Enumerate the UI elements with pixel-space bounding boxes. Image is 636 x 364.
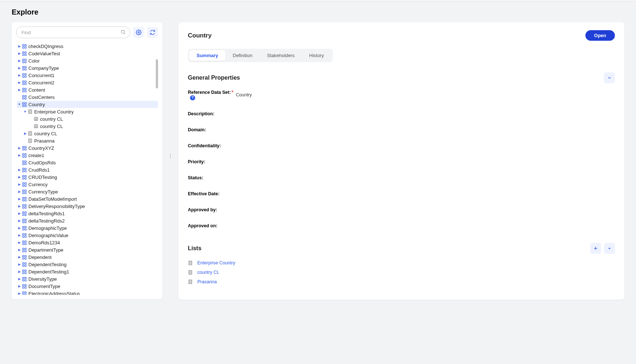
chevron-right-icon[interactable]: ▶ — [17, 154, 22, 157]
search-input-wrap[interactable] — [16, 27, 130, 38]
page-title: Explore — [12, 8, 624, 16]
chevron-right-icon[interactable]: ▶ — [17, 285, 22, 288]
tree-item[interactable]: ▶DependentTesting1 — [17, 268, 158, 275]
tree-item[interactable]: ▶create1 — [17, 152, 158, 159]
tree-item[interactable]: ▼Enterprise Country — [17, 108, 158, 115]
svg-rect-89 — [25, 192, 26, 194]
chevron-right-icon[interactable]: ▶ — [17, 197, 22, 201]
tree-item[interactable]: ▶deltaTestingRds2 — [17, 217, 158, 224]
svg-rect-88 — [23, 192, 24, 194]
tree-item[interactable]: ▶ElectronicAddressStatus — [17, 290, 158, 295]
tree-item[interactable]: ▶DepartmentType — [17, 246, 158, 253]
tree-item[interactable]: ▶deltaTestingRds1 — [17, 210, 158, 217]
tree-item[interactable]: ▶checkDQIngress — [17, 43, 158, 50]
chevron-right-icon[interactable]: ▶ — [17, 59, 22, 63]
tree-item[interactable]: ▶DemographicType — [17, 224, 158, 232]
tab-stakeholders[interactable]: Stakeholders — [260, 50, 302, 61]
scrollbar-thumb[interactable] — [156, 59, 158, 88]
collapse-lists-button[interactable] — [604, 243, 615, 254]
search-input[interactable] — [21, 29, 121, 36]
tree-item[interactable]: country CL — [17, 123, 158, 130]
detail-tabs: SummaryDefinitionStakeholdersHistory — [188, 49, 333, 62]
chevron-right-icon[interactable]: ▶ — [17, 147, 22, 150]
svg-rect-66 — [23, 153, 24, 155]
svg-rect-11 — [23, 59, 24, 60]
chevron-right-icon[interactable]: ▶ — [17, 219, 22, 223]
tree-item[interactable]: ▶Dependent — [17, 253, 158, 261]
chevron-right-icon[interactable]: ▶ — [17, 234, 22, 237]
tree-item[interactable]: ▶CurrencyType — [17, 188, 158, 195]
section-general-properties-title: General Properties — [188, 75, 240, 81]
tree-item-label: DemoRds1234 — [28, 240, 60, 245]
tree-item[interactable]: ▶DependentTesting — [17, 261, 158, 268]
chevron-right-icon[interactable]: ▶ — [17, 248, 22, 252]
chevron-right-icon[interactable]: ▶ — [17, 183, 22, 186]
chevron-right-icon[interactable]: ▶ — [17, 74, 22, 77]
svg-rect-115 — [25, 241, 26, 242]
chevron-right-icon[interactable]: ▶ — [23, 132, 28, 135]
chevron-right-icon[interactable]: ▶ — [17, 263, 22, 266]
tree-item[interactable]: ▶Currency — [17, 181, 158, 188]
refresh-button[interactable] — [147, 27, 158, 38]
open-button[interactable]: Open — [585, 30, 615, 41]
tab-definition[interactable]: Definition — [225, 50, 260, 61]
chevron-right-icon[interactable]: ▶ — [17, 212, 22, 215]
chevron-right-icon[interactable]: ▶ — [17, 168, 22, 172]
chevron-right-icon[interactable]: ▶ — [17, 52, 22, 55]
tree-item[interactable]: ▶DocumentType — [17, 283, 158, 290]
tree-item[interactable]: ▶CountryXYZ — [17, 144, 158, 152]
tree-item[interactable]: country CL — [17, 115, 158, 123]
tree-item[interactable]: ▶Content — [17, 86, 158, 93]
tree-item-label: Dependent — [28, 255, 52, 260]
tree-item[interactable]: Prasanna — [17, 137, 158, 144]
chevron-right-icon[interactable]: ▶ — [17, 241, 22, 244]
chevron-right-icon[interactable]: ▶ — [17, 45, 22, 48]
tree-item[interactable]: ▶CRUDTesting — [17, 173, 158, 181]
chevron-right-icon[interactable]: ▶ — [17, 205, 22, 208]
tree-item[interactable]: ▼Country — [17, 101, 158, 108]
svg-rect-126 — [23, 263, 24, 264]
tree-item-label: CurrencyType — [28, 189, 58, 195]
help-icon[interactable]: ? — [190, 95, 195, 100]
tree-item[interactable]: ▶Concurrent2 — [17, 79, 158, 86]
chevron-down-icon[interactable]: ▼ — [17, 103, 22, 106]
tree-item[interactable]: ▶DemographicValue — [17, 232, 158, 239]
tab-summary[interactable]: Summary — [189, 50, 225, 61]
chevron-right-icon[interactable]: ▶ — [17, 277, 22, 281]
list-link-label: country CL — [197, 270, 219, 275]
tree-item[interactable]: CostCenters — [17, 93, 158, 101]
tree-item[interactable]: ▶Color — [17, 57, 158, 64]
tab-history[interactable]: History — [302, 50, 331, 61]
detail-title: Country — [188, 32, 212, 39]
tree-item-label: CountryXYZ — [28, 145, 54, 151]
tree-item[interactable]: ▶CrudRds1 — [17, 166, 158, 173]
collapse-section-button[interactable] — [604, 72, 615, 83]
tree-item[interactable]: ▶DiversityType — [17, 275, 158, 283]
tree-item[interactable]: ▶CompanyType — [17, 64, 158, 72]
settings-button[interactable] — [133, 27, 144, 38]
tree-item[interactable]: ▶DeliveryResponsibilityType — [17, 203, 158, 210]
tree-item[interactable]: ▶Concurrent1 — [17, 72, 158, 79]
chevron-right-icon[interactable]: ▶ — [17, 67, 22, 70]
chevron-right-icon[interactable]: ▶ — [17, 190, 22, 193]
tree-item[interactable]: CrudOpsRds — [17, 159, 158, 166]
add-list-button[interactable] — [590, 243, 601, 254]
chevron-right-icon[interactable]: ▶ — [17, 88, 22, 92]
chevron-right-icon[interactable]: ▶ — [17, 176, 22, 179]
list-link[interactable]: country CL — [188, 270, 615, 275]
tree-item-label: deltaTestingRds1 — [28, 211, 65, 216]
chevron-right-icon[interactable]: ▶ — [17, 270, 22, 273]
list-link[interactable]: Prasanna — [188, 279, 615, 284]
chevron-down-icon[interactable]: ▼ — [23, 110, 28, 113]
tree-item[interactable]: ▶country CL — [17, 130, 158, 137]
list-link[interactable]: Enterprise Country — [188, 260, 615, 265]
chevron-right-icon[interactable]: ▶ — [17, 227, 22, 230]
tree-view[interactable]: ▶checkDQIngress▶CodeValueTest▶Color▶Comp… — [16, 42, 158, 295]
tree-item[interactable]: ▶DemoRds1234 — [17, 239, 158, 246]
chevron-right-icon[interactable]: ▶ — [17, 256, 22, 259]
column-resize-handle[interactable]: ⋮ — [170, 153, 171, 159]
chevron-right-icon[interactable]: ▶ — [17, 81, 22, 84]
tree-item[interactable]: ▶CodeValueTest — [17, 50, 158, 57]
chevron-right-icon[interactable]: ▶ — [17, 292, 22, 295]
tree-item[interactable]: ▶DataSetToModelImport — [17, 195, 158, 203]
